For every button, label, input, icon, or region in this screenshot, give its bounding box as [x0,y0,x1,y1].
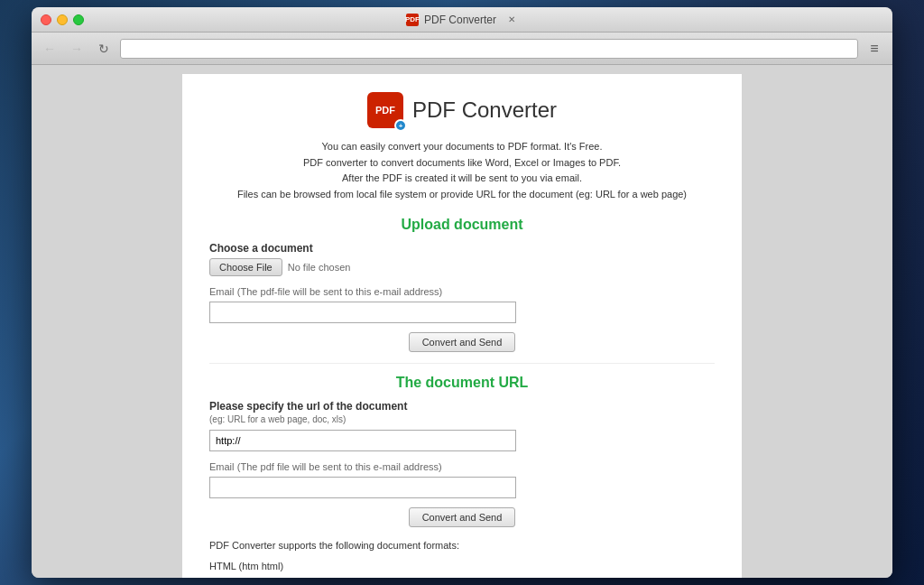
window-title: PDF Converter [424,14,496,26]
url-input[interactable] [209,430,516,451]
address-bar[interactable] [120,39,858,59]
formats-section: PDF Converter supports the following doc… [209,540,715,578]
choose-file-button[interactable]: Choose File [209,258,282,276]
close-button[interactable] [41,14,51,25]
upload-email-label: Email (The pdf-file will be sent to this… [209,285,715,298]
reload-button[interactable]: ↻ [93,38,115,60]
intro-line3: After the PDF is created it will be sent… [209,171,715,187]
browser-menu-button[interactable]: ≡ [864,38,885,60]
file-input-area: Choose File No file chosen [209,258,715,276]
intro-text: You can easily convert your documents to… [209,139,715,202]
section-divider [209,363,715,364]
url-email-label: Email (The pdf file will be sent to this… [209,460,715,473]
window-title-area: PDF PDF Converter ✕ [406,14,518,26]
url-section-title: The document URL [209,375,715,391]
upload-convert-button[interactable]: Convert and Send [409,332,516,352]
url-email-input[interactable] [209,477,516,498]
intro-line4: Files can be browsed from local file sys… [209,187,715,203]
browser-toolbar: ← → ↻ ≡ [32,32,892,65]
format-item-html: HTML (htm html) [209,558,715,576]
content-area: PDF + PDF Converter You can easily conve… [32,65,892,578]
formats-list: HTML (htm html) Bilder (jpg jpeg png bmp… [209,558,715,578]
maximize-button[interactable] [73,14,84,25]
format-item-bilder: Bilder (jpg jpeg png bmp gif tiff tif em… [209,576,715,578]
url-hint: (eg: URL for a web page, doc, xls) [209,414,715,424]
traffic-lights [41,14,84,25]
url-specify-label: Please specify the url of the document [209,400,715,413]
back-button[interactable]: ← [39,38,60,60]
page-content: PDF + PDF Converter You can easily conve… [182,74,742,578]
pdf-badge: + [394,119,407,132]
pdf-logo-icon: PDF + [367,92,403,128]
url-convert-button[interactable]: Convert and Send [409,507,516,527]
minimize-button[interactable] [57,14,68,25]
no-file-label: No file chosen [288,262,351,273]
formats-intro: PDF Converter supports the following doc… [209,540,715,551]
choose-document-label: Choose a document [209,242,715,255]
logo-area: PDF + PDF Converter [209,92,715,128]
intro-line2: PDF converter to convert documents like … [209,155,715,172]
upload-email-input[interactable] [209,302,516,323]
tab-close-button[interactable]: ✕ [505,14,518,26]
title-bar: PDF PDF Converter ✕ [32,7,892,32]
intro-line1: You can easily convert your documents to… [209,139,715,155]
tab-favicon: PDF [406,14,419,26]
forward-button[interactable]: → [66,38,88,60]
upload-section-title: Upload document [209,217,715,233]
app-title: PDF Converter [412,98,557,123]
browser-window: PDF PDF Converter ✕ ← → ↻ ≡ PDF + PDF Co… [32,7,892,578]
